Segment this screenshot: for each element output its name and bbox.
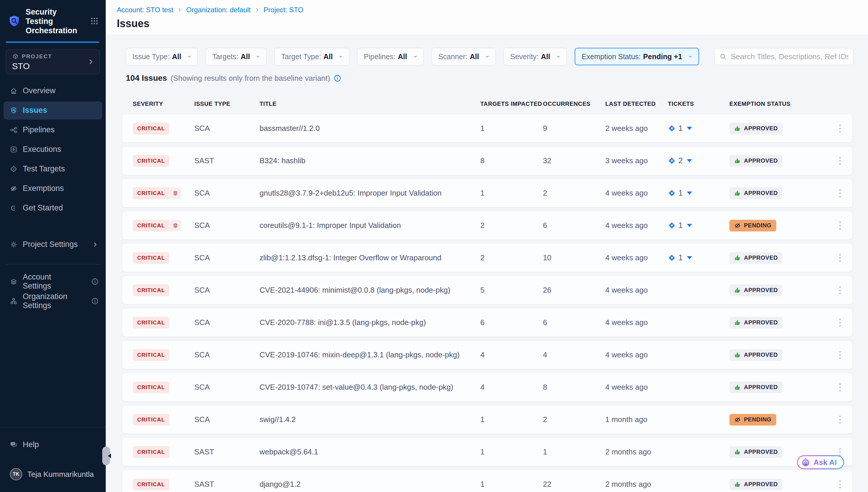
row-menu-button[interactable] <box>837 349 843 362</box>
table-row[interactable]: CRITICAL SCA CVE-2021-44906: minimist@0.… <box>122 276 852 304</box>
row-menu-button[interactable] <box>837 413 843 426</box>
table-row[interactable]: CRITICAL SAST B324: hashlib 8 32 3 weeks… <box>122 147 852 175</box>
filter-targets[interactable]: Targets: All <box>206 48 266 65</box>
row-menu-button[interactable] <box>837 219 843 232</box>
row-menu-button[interactable] <box>837 381 843 394</box>
table-row[interactable]: CRITICAL SCA swig//1.4.2 1 2 1 month ago <box>122 405 852 434</box>
app-grid-icon[interactable] <box>90 17 99 26</box>
filter-severity[interactable]: Severity: All <box>504 48 567 65</box>
info-icon[interactable] <box>91 278 99 285</box>
thumbs-up-icon <box>734 125 741 132</box>
project-selector[interactable]: PROJECT STO <box>6 49 100 74</box>
issue-title: coreutils@9.1-1: Improper Input Validati… <box>260 221 480 230</box>
ticket-dropdown-icon[interactable] <box>687 127 692 130</box>
tickets-cell: 2 <box>668 156 729 165</box>
search-input[interactable] <box>714 48 853 65</box>
row-menu-button[interactable] <box>837 187 843 200</box>
filter-pipelines[interactable]: Pipelines: All <box>357 48 423 65</box>
table-row[interactable]: CRITICAL SCA gnutls28@3.7.9-2+deb12u5: I… <box>122 179 852 207</box>
search-icon <box>719 53 727 60</box>
issue-type: SAST <box>194 480 260 489</box>
severity-badge: CRITICAL <box>133 349 169 361</box>
user-menu[interactable]: TK Teja Kummarikuntla <box>3 465 102 483</box>
row-menu-button[interactable] <box>837 478 843 491</box>
sidebar-item-overview[interactable]: Overview <box>3 82 102 100</box>
sidebar-item-account-settings[interactable]: Account Settings <box>3 272 102 291</box>
eye-off-icon <box>734 416 741 423</box>
occurrences: 10 <box>543 253 605 262</box>
issue-title: gnutls28@3.7.9-2+deb12u5: Improper Input… <box>260 189 480 198</box>
ask-ai-button[interactable]: Ask AI <box>797 455 844 469</box>
help-chat-icon: ? <box>10 441 18 448</box>
status-label: APPROVED <box>744 481 778 488</box>
sidebar-item-exemptions[interactable]: Exemptions <box>3 179 102 198</box>
jira-ticket-icon <box>668 222 676 229</box>
issue-type: SCA <box>194 189 260 198</box>
issue-title: CVE-2019-10746: mixin-deep@1.3.1 (lang-p… <box>260 350 480 360</box>
jira-ticket-icon <box>668 157 676 165</box>
issue-type: SCA <box>194 253 260 262</box>
targets-impacted: 1 <box>480 189 543 198</box>
filter-exemption-status[interactable]: Exemption Status: Pending +1 <box>575 48 699 65</box>
severity-badge: CRITICAL <box>133 252 169 264</box>
sidebar-item-executions[interactable]: Executions <box>3 141 102 158</box>
last-detected: 1 month ago <box>605 415 668 424</box>
sidebar-item-organization-settings[interactable]: Organization Settings <box>3 292 102 310</box>
issue-title: CVE-2021-44906: minimist@0.0.8 (lang-pkg… <box>260 286 480 295</box>
filter-issue-type[interactable]: Issue Type: All <box>126 48 198 65</box>
table-row[interactable]: CRITICAL SCA zlib@1:1.2.13.dfsg-1: Integ… <box>122 244 852 272</box>
issue-type: SAST <box>194 447 260 457</box>
module-accent-line <box>6 41 99 43</box>
sidebar-item-label: Pipelines <box>23 125 55 134</box>
row-menu-button[interactable] <box>837 154 843 167</box>
row-menu-button[interactable] <box>837 284 843 297</box>
sidebar-bottom: ? Help TK Teja Kummarikuntla <box>0 427 106 492</box>
ticket-dropdown-icon[interactable] <box>687 256 692 260</box>
breadcrumb-organization[interactable]: Organization: default <box>186 6 251 14</box>
row-menu-button[interactable] <box>837 251 843 264</box>
table-row[interactable]: CRITICAL SCA CVE-2019-10746: mixin-deep@… <box>122 341 852 369</box>
breadcrumb-project[interactable]: Project: STO <box>264 6 304 14</box>
col-tickets: TICKETS <box>668 101 729 107</box>
filter-scanner[interactable]: Scanner: All <box>432 48 496 65</box>
sidebar-collapse-handle[interactable] <box>102 446 110 465</box>
row-menu-button[interactable] <box>837 122 843 135</box>
breadcrumb-account[interactable]: Account: STO test <box>117 6 173 14</box>
sidebar-item-get-started[interactable]: Get Started <box>3 199 102 217</box>
table-row[interactable]: CRITICAL SCA coreutils@9.1-1: Improper I… <box>122 211 852 240</box>
info-icon[interactable] <box>91 297 99 305</box>
col-occurrences: OCCURRENCES <box>543 101 605 107</box>
exemption-status-badge: APPROVED <box>729 349 782 361</box>
status-label: PENDING <box>744 416 771 423</box>
filter-target-type[interactable]: Target Type: All <box>274 48 349 65</box>
sidebar-item-issues[interactable]: Issues <box>3 101 102 120</box>
sidebar-item-test-targets[interactable]: Test Targets <box>3 160 102 178</box>
exemption-status-badge: APPROVED <box>729 317 782 328</box>
ticket-dropdown-icon[interactable] <box>687 159 692 162</box>
last-detected: 3 weeks ago <box>605 156 668 165</box>
col-title: TITLE <box>260 101 480 107</box>
exemption-status-badge: PENDING <box>729 220 776 231</box>
ticket-dropdown-icon[interactable] <box>687 192 692 195</box>
severity-badge: CRITICAL <box>133 446 169 458</box>
ticket-dropdown-icon[interactable] <box>687 224 692 227</box>
chevron-right-icon <box>87 58 95 67</box>
row-menu-button[interactable] <box>837 316 843 329</box>
sidebar-item-help[interactable]: ? Help <box>3 436 102 453</box>
table-row[interactable]: CRITICAL SCA bassmaster//1.2.0 1 9 2 wee… <box>122 114 852 143</box>
chevron-down-icon <box>485 54 490 59</box>
table-row[interactable]: CRITICAL SAST django@1.2 1 22 2 months a… <box>122 470 852 492</box>
ticket-count: 1 <box>678 124 683 133</box>
issue-type: SCA <box>194 286 260 295</box>
sidebar-item-project-settings[interactable]: Project Settings <box>3 236 102 253</box>
table-row[interactable]: CRITICAL SCA CVE-2019-10747: set-value@0… <box>122 373 852 401</box>
last-detected: 2 weeks ago <box>605 124 668 133</box>
severity-badge: CRITICAL <box>133 382 169 393</box>
info-icon[interactable] <box>334 74 341 82</box>
issue-type: SCA <box>194 350 260 360</box>
sidebar-item-pipelines[interactable]: Pipelines <box>3 121 102 139</box>
table-row[interactable]: CRITICAL SCA CVE-2020-7788: ini@1.3.5 (l… <box>122 309 852 337</box>
app-logo-shield-icon <box>7 15 21 28</box>
table-row[interactable]: CRITICAL SAST webpack@5.64.1 1 1 2 month… <box>122 438 852 466</box>
status-label: APPROVED <box>744 157 778 164</box>
